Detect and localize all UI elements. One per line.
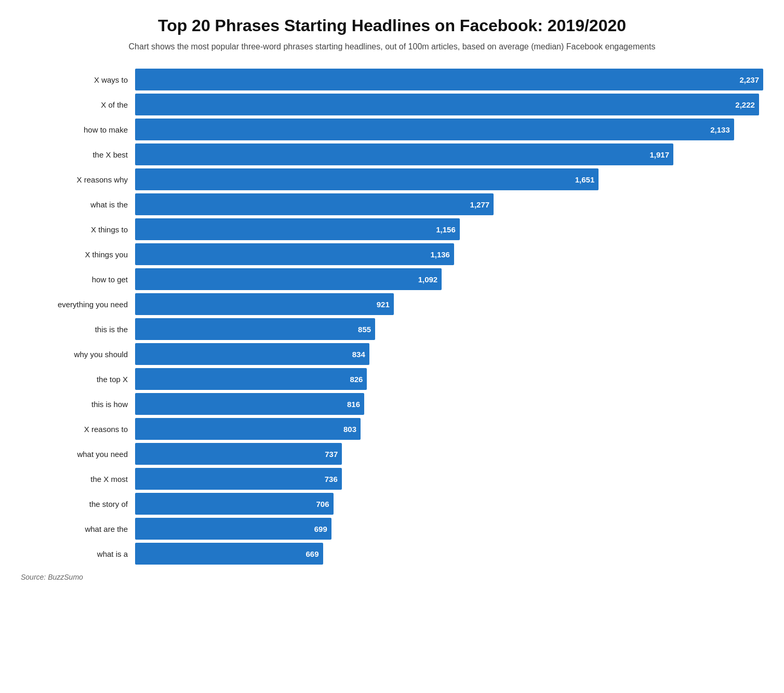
bar-fill: 834 [135,343,369,365]
bar-label: the story of [21,500,135,508]
bar-row: what are the699 [21,518,763,540]
bar-track: 1,277 [135,193,763,215]
bar-value: 737 [325,450,342,459]
bar-fill: 1,156 [135,218,460,240]
bar-fill: 921 [135,293,394,315]
bar-fill: 1,136 [135,243,454,265]
bar-fill: 816 [135,393,364,415]
bar-fill: 803 [135,418,361,440]
bar-value: 699 [314,525,331,533]
bar-value: 2,237 [739,75,763,84]
bar-row: everything you need921 [21,293,763,315]
bar-value: 2,222 [735,100,759,109]
bar-label: X reasons why [21,175,135,184]
bar-fill: 699 [135,518,331,540]
bar-fill: 736 [135,468,342,490]
bar-label: the X best [21,150,135,159]
bar-fill: 669 [135,543,323,565]
bar-value: 826 [350,375,367,384]
bar-value: 1,156 [436,225,460,234]
bar-track: 816 [135,393,763,415]
bar-label: what you need [21,450,135,459]
bar-track: 1,917 [135,143,763,165]
bar-value: 1,651 [575,175,599,184]
bar-row: X things you1,136 [21,243,763,265]
bar-row: why you should834 [21,343,763,365]
bar-track: 699 [135,518,763,540]
bar-track: 669 [135,543,763,565]
bar-row: the story of706 [21,493,763,515]
bar-label: everything you need [21,300,135,309]
bar-fill: 2,133 [135,119,734,140]
bar-label: this is how [21,400,135,409]
bar-fill: 1,917 [135,143,673,165]
bar-label: how to make [21,125,135,134]
bar-value: 1,136 [430,250,454,259]
bar-row: what you need737 [21,443,763,465]
bar-fill: 2,237 [135,69,763,90]
bar-fill: 706 [135,493,334,515]
bar-track: 855 [135,318,763,340]
bar-value: 706 [316,500,334,508]
bar-label: the X most [21,475,135,483]
bar-row: X reasons to803 [21,418,763,440]
chart-title: Top 20 Phrases Starting Headlines on Fac… [21,16,763,35]
bar-row: X ways to2,237 [21,69,763,90]
bar-row: X reasons why1,651 [21,168,763,190]
bar-track: 834 [135,343,763,365]
bar-label: what are the [21,525,135,533]
bar-track: 1,092 [135,268,763,290]
bar-track: 921 [135,293,763,315]
bar-value: 816 [347,400,364,409]
bar-track: 1,136 [135,243,763,265]
bar-value: 1,917 [650,150,674,159]
bar-value: 736 [325,475,342,483]
bar-row: the top X826 [21,368,763,390]
bar-track: 2,133 [135,119,763,140]
bar-fill: 855 [135,318,375,340]
bar-value: 921 [377,300,394,309]
bar-fill: 737 [135,443,342,465]
bar-chart: X ways to2,237X of the2,222how to make2,… [21,69,763,565]
bar-row: what is the1,277 [21,193,763,215]
bar-row: X of the2,222 [21,94,763,115]
bar-row: how to make2,133 [21,119,763,140]
source-credit: Source: BuzzSumo [21,573,763,581]
bar-value: 1,092 [418,275,442,284]
bar-label: what is the [21,200,135,209]
bar-label: why you should [21,350,135,359]
bar-label: this is the [21,325,135,334]
bar-track: 737 [135,443,763,465]
bar-fill: 1,651 [135,168,599,190]
bar-value: 669 [306,550,323,558]
bar-track: 826 [135,368,763,390]
bar-row: this is the855 [21,318,763,340]
bar-fill: 2,222 [135,94,759,115]
bar-track: 2,222 [135,94,763,115]
bar-track: 803 [135,418,763,440]
bar-label: the top X [21,375,135,384]
bar-fill: 826 [135,368,367,390]
bar-label: what is a [21,550,135,558]
bar-row: this is how816 [21,393,763,415]
bar-track: 1,156 [135,218,763,240]
bar-label: X things you [21,250,135,259]
bar-value: 803 [343,425,361,434]
bar-label: X reasons to [21,425,135,434]
bar-track: 736 [135,468,763,490]
bar-row: what is a669 [21,543,763,565]
bar-track: 1,651 [135,168,763,190]
bar-track: 706 [135,493,763,515]
bar-row: how to get1,092 [21,268,763,290]
bar-fill: 1,092 [135,268,442,290]
bar-label: how to get [21,275,135,284]
bar-label: X things to [21,225,135,234]
bar-value: 855 [358,325,375,334]
bar-label: X ways to [21,75,135,84]
bar-track: 2,237 [135,69,763,90]
bar-fill: 1,277 [135,193,494,215]
chart-subtitle: Chart shows the most popular three-word … [21,41,763,53]
bar-value: 834 [352,350,369,359]
bar-value: 2,133 [710,125,734,134]
bar-label: X of the [21,100,135,109]
